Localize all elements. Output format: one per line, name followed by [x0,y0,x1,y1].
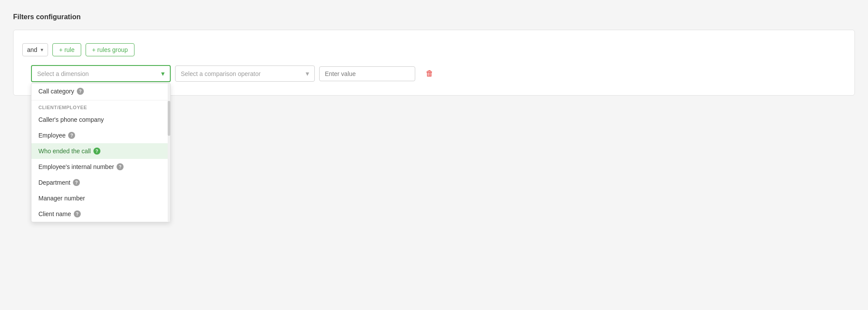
dropdown-item-callers-phone-company[interactable]: Caller's phone company [31,112,170,127]
who-ended-call-help-icon: ? [93,148,100,155]
call-category-label: Call category [38,88,74,95]
call-category-help-icon: ? [77,88,84,95]
dimension-dropdown-wrapper: Select a dimension ▾ Call category ? [31,65,171,82]
employee-help-icon: ? [68,132,75,139]
dropdown-item-employees-internal-number[interactable]: Employee's internal number ? [31,159,170,175]
trash-icon: 🗑 [426,69,434,78]
and-operator-label: and [27,46,37,53]
client-name-label: Client name [38,210,71,217]
employees-internal-number-help-icon: ? [117,163,124,170]
page-container: Filters configuration and ▾ + rule + rul… [0,0,868,310]
and-operator-dropdown[interactable]: and ▾ [22,43,48,56]
dropdown-item-who-ended-call[interactable]: Who ended the call ? [31,143,170,159]
dropdown-item-employee[interactable]: Employee ? [31,127,170,143]
and-dropdown-chevron-icon: ▾ [41,47,43,53]
comparison-operator-select[interactable]: Select a comparison operator ▾ [175,65,315,82]
dimension-select[interactable]: Select a dimension ▾ [31,65,171,82]
department-help-icon: ? [73,179,80,186]
dimension-dropdown-menu: Call category ? CLIENT/EMPLOYEE Caller's… [31,83,171,222]
scrollbar-track [168,83,170,222]
comparison-placeholder: Select a comparison operator [181,70,261,77]
dropdown-menu-inner: Call category ? CLIENT/EMPLOYEE Caller's… [31,83,170,222]
dimension-chevron-icon: ▾ [161,69,165,78]
toolbar: and ▾ + rule + rules group [22,43,846,56]
who-ended-call-label: Who ended the call [38,148,91,155]
add-rule-label: + rule [59,46,74,53]
manager-number-label: Manager number [38,195,85,202]
dropdown-item-manager-number[interactable]: Manager number [31,190,170,206]
value-input[interactable] [319,66,415,81]
delete-rule-button[interactable]: 🗑 [424,67,435,80]
client-employee-section-header: CLIENT/EMPLOYEE [31,101,170,112]
client-name-help-icon: ? [74,210,81,217]
dropdown-scroll-container: Call category ? CLIENT/EMPLOYEE Caller's… [31,83,170,222]
employee-label: Employee [38,132,65,139]
dropdown-item-client-name[interactable]: Client name ? [31,206,170,222]
department-label: Department [38,179,70,186]
dropdown-item-call-category[interactable]: Call category ? [31,83,170,99]
divider-1 [31,100,170,100]
callers-phone-company-label: Caller's phone company [38,116,104,123]
comparison-chevron-icon: ▾ [306,69,309,78]
rule-row: Select a dimension ▾ Call category ? [31,65,846,82]
add-rules-group-button[interactable]: + rules group [86,43,134,56]
dimension-placeholder: Select a dimension [37,70,89,77]
dropdown-item-department[interactable]: Department ? [31,175,170,190]
add-rule-button[interactable]: + rule [52,43,81,56]
add-rules-group-label: + rules group [92,46,128,53]
page-title: Filters configuration [13,13,855,21]
scrollbar-thumb[interactable] [168,101,170,136]
filters-container: and ▾ + rule + rules group Select a dime… [13,30,855,96]
employees-internal-number-label: Employee's internal number [38,163,114,170]
